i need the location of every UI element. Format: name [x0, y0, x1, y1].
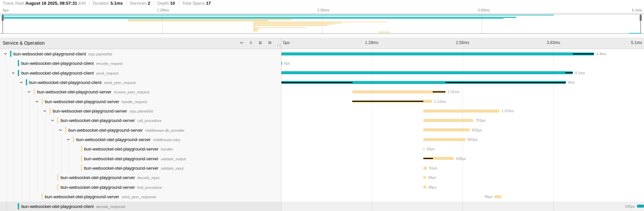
span-name-cell[interactable]: bun-websocket-otel-playground-servercall…: [0, 116, 281, 125]
span-duration-bar[interactable]: [423, 167, 427, 170]
span-duration-bar[interactable]: [281, 81, 566, 84]
tree-guide-line: [61, 144, 61, 154]
span-duration-bar[interactable]: [352, 100, 432, 103]
span-duration-label: 34μs: [428, 173, 436, 182]
tree-guide-line: [14, 173, 14, 182]
span-name-cell[interactable]: bun-websocket-otel-playground-serverrece…: [0, 87, 281, 96]
span-name-cell[interactable]: bun-websocket-otel-playground-clientorpc…: [0, 49, 281, 58]
span-name-cell[interactable]: bun-websocket-otel-playground-serverdeco…: [0, 173, 281, 182]
chevron-down-icon[interactable]: [59, 128, 62, 132]
column-divider[interactable]: [281, 49, 281, 211]
tree-guide-line: [6, 97, 6, 106]
span-duration-bar[interactable]: [423, 157, 454, 160]
span-row[interactable]: bun-websocket-otel-playground-servervali…: [0, 154, 644, 163]
span-row[interactable]: bun-websocket-otel-playground-serversend…: [0, 192, 644, 201]
span-row[interactable]: bun-websocket-otel-playground-serverrece…: [0, 87, 644, 96]
trace-duration: Duration 5.1ms: [89, 1, 126, 6]
tree-guide-line: [14, 125, 14, 135]
chevron-down-icon[interactable]: [19, 81, 23, 84]
span-duration-bar[interactable]: [281, 71, 573, 74]
service-color-bar: [34, 89, 35, 95]
span-row[interactable]: bun-websocket-otel-playground-serverorpc…: [0, 106, 644, 116]
span-duration-bar[interactable]: [423, 128, 470, 131]
expand-one-level-icon[interactable]: [239, 40, 244, 45]
tree-guide-line: [22, 135, 22, 144]
chevron-down-icon[interactable]: [51, 119, 54, 122]
span-duration-bar[interactable]: [352, 90, 445, 93]
tree-guide-line: [14, 106, 14, 116]
span-row[interactable]: bun-websocket-otel-playground-servermidd…: [0, 135, 644, 144]
span-name-cell[interactable]: bun-websocket-otel-playground-servermidd…: [0, 135, 281, 144]
span-row[interactable]: bun-websocket-otel-playground-clientdeco…: [0, 202, 644, 211]
span-name-cell[interactable]: bun-websocket-otel-playground-serverorpc…: [0, 106, 281, 116]
span-name-cell[interactable]: bun-websocket-otel-playground-serverhand…: [0, 144, 281, 154]
span-name-cell[interactable]: bun-websocket-otel-playground-servermidd…: [0, 125, 281, 135]
span-duration-bar[interactable]: [494, 195, 501, 198]
span-duration-bar[interactable]: [423, 110, 499, 113]
tree-guide-line: [61, 135, 61, 144]
tree-guide-line: [30, 173, 30, 182]
span-row[interactable]: bun-websocket-otel-playground-serverhand…: [0, 97, 644, 106]
service-name: bun-websocket-otel-playground-server: [45, 194, 119, 199]
column-resize-grip-icon[interactable]: [277, 44, 280, 47]
span-duration-bar[interactable]: [423, 138, 466, 141]
chevron-down-icon[interactable]: [27, 90, 31, 94]
span-duration-bar[interactable]: [423, 119, 473, 122]
tree-guide-line: [38, 106, 38, 116]
span-duration-bar[interactable]: [423, 147, 424, 151]
span-name-cell[interactable]: bun-websocket-otel-playground-serverfind…: [0, 182, 281, 192]
chevron-down-icon[interactable]: [4, 52, 7, 56]
span-row[interactable]: bun-websocket-otel-playground-clientenco…: [0, 58, 644, 68]
span-name-cell[interactable]: bun-websocket-otel-playground-clientsend…: [0, 78, 281, 87]
span-row[interactable]: bun-websocket-otel-playground-servervali…: [0, 163, 644, 173]
service-color-bar: [65, 127, 66, 133]
collapse-one-level-icon[interactable]: [248, 40, 254, 45]
minimap-span-bar: [253, 27, 307, 28]
service-color-bar: [73, 136, 74, 142]
tree-guide-line: [69, 163, 69, 173]
span-duration-bar[interactable]: [423, 176, 426, 179]
span-table-header: Service & Operation 0μs 1.28ms 2.55ms 3.…: [0, 38, 644, 49]
service-name: bun-websocket-otel-playground-server: [84, 156, 159, 161]
span-row[interactable]: bun-websocket-otel-playground-serverhand…: [0, 144, 644, 154]
span-name-cell[interactable]: bun-websocket-otel-playground-servervali…: [0, 163, 281, 173]
collapse-all-icon[interactable]: [267, 40, 272, 45]
trace-start-fraction: .839: [77, 1, 86, 6]
span-row[interactable]: bun-websocket-otel-playground-clientsend…: [0, 68, 644, 78]
span-name-cell[interactable]: bun-websocket-otel-playground-serverhand…: [0, 97, 281, 106]
span-duration-label: 100μs: [625, 202, 635, 211]
minimap-canvas[interactable]: [0, 14, 644, 34]
span-row[interactable]: bun-websocket-otel-playground-clientorpc…: [0, 49, 644, 58]
minimap-span-bar: [253, 25, 327, 26]
chevron-down-icon[interactable]: [35, 100, 39, 103]
span-row[interactable]: bun-websocket-otel-playground-serverfind…: [0, 182, 644, 192]
span-name-cell[interactable]: bun-websocket-otel-playground-clientsend…: [0, 68, 281, 78]
span-duration-label: 428μs: [456, 154, 466, 163]
service-name: bun-websocket-otel-playground-client: [29, 80, 102, 85]
service-color-bar: [57, 174, 58, 180]
timeline-minimap[interactable]: 0μs 1.28ms 2.55ms 3.83ms 5.1ms: [0, 7, 644, 34]
span-row[interactable]: bun-websocket-otel-playground-serverdeco…: [0, 173, 644, 182]
span-row[interactable]: bun-websocket-otel-playground-servermidd…: [0, 125, 644, 135]
span-duration-bar[interactable]: [423, 185, 426, 188]
minimap-tick: 3.83ms: [478, 8, 490, 12]
span-row[interactable]: bun-websocket-otel-playground-servercall…: [0, 116, 644, 125]
tree-guide-line: [45, 116, 46, 125]
chevron-down-icon[interactable]: [66, 138, 70, 141]
chevron-down-icon[interactable]: [43, 109, 47, 113]
expand-all-icon[interactable]: [258, 40, 263, 45]
span-duration-bar[interactable]: [637, 205, 644, 208]
tree-guide-line: [45, 144, 46, 154]
span-duration-bar[interactable]: [281, 52, 594, 55]
tree-guide-line: [38, 116, 38, 125]
chevron-down-icon[interactable]: [11, 71, 15, 75]
tree-guide-line: [30, 106, 30, 116]
span-name-cell[interactable]: bun-websocket-otel-playground-servervali…: [0, 154, 281, 163]
tree-guide-line: [30, 163, 30, 173]
span-row[interactable]: bun-websocket-otel-playground-clientsend…: [0, 78, 644, 87]
column-divider[interactable]: [281, 38, 281, 49]
minimap-span-bar: [3, 18, 503, 19]
span-name-cell[interactable]: bun-websocket-otel-playground-clientdeco…: [0, 202, 281, 211]
span-name-cell[interactable]: bun-websocket-otel-playground-serversend…: [0, 192, 281, 201]
span-name-cell[interactable]: bun-websocket-otel-playground-clientenco…: [0, 58, 281, 68]
